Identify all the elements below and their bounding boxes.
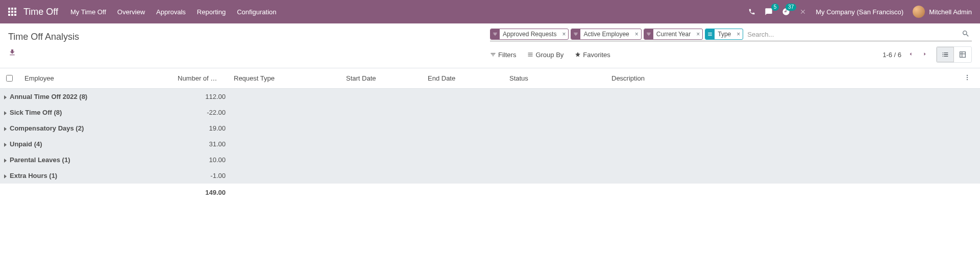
activities-icon[interactable]: 37 <box>782 8 790 16</box>
groupby-button[interactable]: Group By <box>527 51 564 59</box>
group-value: -22.00 <box>174 105 230 120</box>
facet-remove-icon[interactable]: × <box>694 31 702 38</box>
app-brand[interactable]: Time Off <box>23 7 58 17</box>
filter-icon <box>491 29 500 39</box>
caret-right-icon <box>4 111 7 115</box>
avatar <box>913 6 925 18</box>
group-value: 31.00 <box>174 136 230 152</box>
search-icon[interactable] <box>960 30 972 39</box>
company-selector[interactable]: My Company (San Francisco) <box>816 8 903 16</box>
group-row[interactable]: Compensatory Days (2)19.00 <box>0 120 980 136</box>
group-value: 19.00 <box>174 120 230 136</box>
group-icon <box>705 29 715 39</box>
control-panel: Time Off Analysis Approved Requests × Ac… <box>0 23 980 68</box>
pager-next-icon[interactable] <box>920 49 930 61</box>
col-request-type[interactable]: Request Type <box>230 68 342 89</box>
favorites-button[interactable]: Favorites <box>575 51 610 59</box>
caret-right-icon <box>4 95 7 99</box>
columns-menu-icon[interactable] <box>964 75 971 83</box>
group-value: -1.00 <box>174 168 230 184</box>
group-label: Annual Time Off 2022 (8) <box>10 93 87 100</box>
nav-configuration[interactable]: Configuration <box>237 8 276 16</box>
caret-right-icon <box>4 143 7 147</box>
messages-badge: 5 <box>771 4 779 11</box>
facet-remove-icon[interactable]: × <box>632 31 641 38</box>
nav-reporting[interactable]: Reporting <box>197 8 226 16</box>
search-input[interactable] <box>745 30 958 39</box>
user-name: Mitchell Admin <box>929 8 972 16</box>
total-number-of-days: 149.00 <box>174 184 230 201</box>
user-menu[interactable]: Mitchell Admin <box>913 6 972 18</box>
select-all-checkbox[interactable] <box>6 75 13 82</box>
group-row[interactable]: Parental Leaves (1)10.00 <box>0 152 980 168</box>
page-title: Time Off Analysis <box>8 32 490 42</box>
nav-my-time-off[interactable]: My Time Off <box>70 8 106 16</box>
group-label: Parental Leaves (1) <box>10 156 70 164</box>
col-description[interactable]: Description <box>607 68 960 89</box>
group-label: Extra Hours (1) <box>10 172 57 179</box>
group-label: Compensatory Days (2) <box>10 124 84 132</box>
svg-point-1 <box>967 77 968 78</box>
main-navbar: Time Off My Time Off Overview Approvals … <box>0 0 980 23</box>
group-row[interactable]: Unpaid (4)31.00 <box>0 136 980 152</box>
svg-point-0 <box>967 75 968 76</box>
pager-label: 1-6 / 6 <box>883 51 901 59</box>
view-switcher <box>936 46 972 63</box>
totals-row: 149.00 <box>0 184 980 201</box>
facet-approved-requests[interactable]: Approved Requests × <box>490 29 569 40</box>
facet-remove-icon[interactable]: × <box>734 31 743 38</box>
filter-icon <box>644 29 653 39</box>
facet-remove-icon[interactable]: × <box>559 31 568 38</box>
group-row[interactable]: Annual Time Off 2022 (8)112.00 <box>0 89 980 105</box>
facet-current-year[interactable]: Current Year × <box>644 29 703 40</box>
group-value: 112.00 <box>174 89 230 105</box>
filter-icon <box>571 29 580 39</box>
group-value: 10.00 <box>174 152 230 168</box>
filters-button[interactable]: Filters <box>490 51 516 59</box>
col-end-date[interactable]: End Date <box>424 68 505 89</box>
activities-badge: 37 <box>786 4 796 11</box>
download-icon[interactable] <box>8 50 16 58</box>
facet-group-type[interactable]: Type × <box>705 29 743 40</box>
nav-overview[interactable]: Overview <box>117 8 145 16</box>
group-row[interactable]: Extra Hours (1)-1.00 <box>0 168 980 184</box>
list-table: Employee Number of … Request Type Start … <box>0 68 980 201</box>
group-row[interactable]: Sick Time Off (8)-22.00 <box>0 105 980 120</box>
apps-icon[interactable] <box>8 8 16 16</box>
view-list-icon[interactable] <box>937 47 954 62</box>
group-label: Unpaid (4) <box>10 140 42 148</box>
messages-icon[interactable]: 5 <box>765 8 773 16</box>
col-status[interactable]: Status <box>505 68 607 89</box>
close-tray-icon[interactable] <box>799 8 806 15</box>
group-label: Sick Time Off (8) <box>10 109 62 116</box>
caret-right-icon <box>4 174 7 178</box>
pager-prev-icon[interactable] <box>905 49 916 61</box>
svg-point-2 <box>967 79 968 80</box>
caret-right-icon <box>4 159 7 163</box>
view-pivot-icon[interactable] <box>954 47 971 62</box>
pager: 1-6 / 6 <box>883 49 930 61</box>
nav-approvals[interactable]: Approvals <box>156 8 186 16</box>
col-employee[interactable]: Employee <box>20 68 174 89</box>
col-number-of-days[interactable]: Number of … <box>174 68 230 89</box>
caret-right-icon <box>4 127 7 131</box>
phone-icon[interactable] <box>748 8 755 15</box>
facet-active-employee[interactable]: Active Employee × <box>571 29 641 40</box>
col-start-date[interactable]: Start Date <box>342 68 424 89</box>
search-bar: Approved Requests × Active Employee × Cu… <box>490 29 972 41</box>
